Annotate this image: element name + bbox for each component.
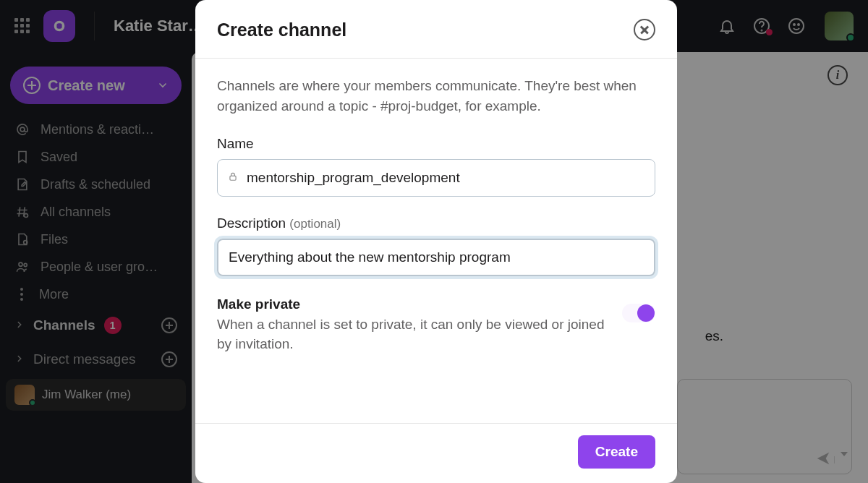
private-toggle[interactable] — [622, 304, 655, 322]
close-icon[interactable] — [634, 19, 655, 40]
modal-footer: Create — [195, 423, 677, 483]
create-channel-modal: Create channel Channels are where your m… — [195, 0, 677, 483]
modal-body: Channels are where your members communic… — [195, 59, 677, 361]
private-title: Make private — [217, 296, 608, 312]
modal-header: Create channel — [195, 0, 677, 59]
optional-text: (optional) — [289, 217, 341, 231]
desc-field-label: Description (optional) — [217, 215, 655, 231]
lock-icon — [228, 171, 238, 185]
privacy-row: Make private When a channel is set to pr… — [217, 296, 655, 354]
name-field-label: Name — [217, 136, 655, 152]
private-help: When a channel is set to private, it can… — [217, 315, 608, 354]
name-input-wrap[interactable] — [217, 159, 655, 197]
channel-desc-input[interactable] — [229, 249, 644, 265]
channel-name-input[interactable] — [247, 170, 644, 186]
modal-help-text: Channels are where your members communic… — [217, 76, 655, 116]
svg-rect-12 — [230, 176, 236, 181]
modal-title: Create channel — [217, 20, 346, 40]
toggle-knob — [637, 304, 655, 322]
create-button[interactable]: Create — [578, 435, 655, 469]
desc-input-wrap[interactable] — [217, 239, 655, 276]
desc-label-text: Description — [217, 215, 286, 231]
